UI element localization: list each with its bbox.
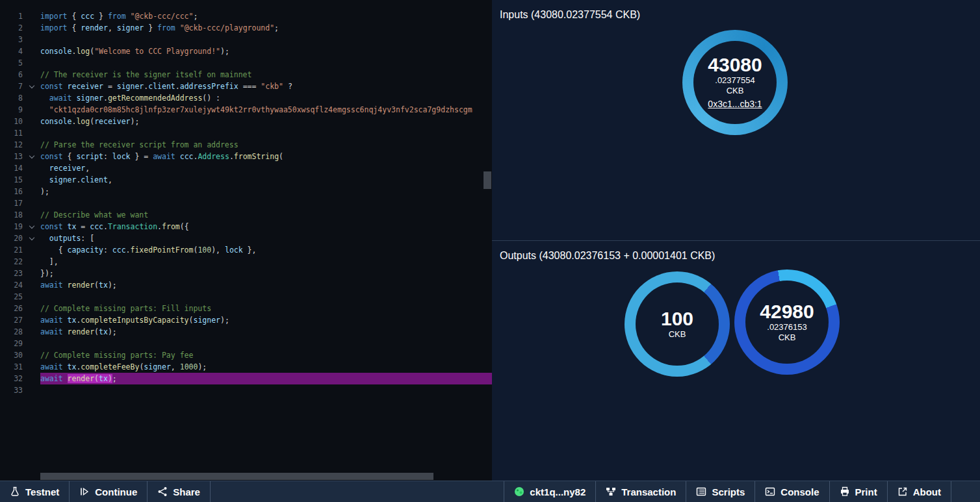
output-1-fraction: .02376153 xyxy=(767,322,806,333)
print-label: Print xyxy=(855,486,877,497)
code-text: // Complete missing parts: Pay fee xyxy=(40,349,492,361)
input-unit: CKB xyxy=(727,86,744,96)
line-number: 7 xyxy=(0,81,23,92)
editor-horizontal-scrollbar-thumb[interactable] xyxy=(40,473,433,480)
line-number: 15 xyxy=(0,174,23,186)
code-text: await tx.completeInputsByCapacity(signer… xyxy=(40,314,492,326)
code-text: const tx = ccc.Transaction.from({ xyxy=(40,221,492,232)
wallet-avatar-icon xyxy=(514,486,524,497)
output-0-amount: 100 xyxy=(661,308,693,329)
line-number: 32 xyxy=(0,373,23,384)
code-text: const receiver = signer.client.addressPr… xyxy=(40,81,492,92)
code-text xyxy=(40,57,492,69)
code-line-30[interactable]: 30// Complete missing parts: Pay fee xyxy=(0,349,492,361)
line-number: 11 xyxy=(0,127,23,139)
continue-play-icon xyxy=(79,486,90,497)
code-line-12[interactable]: 12// Parse the receiver script from an a… xyxy=(0,139,492,151)
code-line-24[interactable]: 24await render(tx); xyxy=(0,279,492,291)
line-number: 25 xyxy=(0,291,23,303)
code-line-28[interactable]: 28await render(tx); xyxy=(0,326,492,338)
print-button[interactable]: Print xyxy=(829,481,887,502)
main-area: 1import { ccc } from "@ckb-ccc/ccc";2imp… xyxy=(0,0,980,481)
output-1-amount: 42980 xyxy=(760,301,814,322)
line-number: 23 xyxy=(0,268,23,279)
line-number: 33 xyxy=(0,384,23,396)
code-text: // Parse the receiver script from an add… xyxy=(40,139,492,151)
code-line-4[interactable]: 4console.log("Welcome to CCC Playground!… xyxy=(0,45,492,57)
code-text: { capacity: ccc.fixedPointFrom(100), loc… xyxy=(40,244,492,256)
code-line-25[interactable]: 25 xyxy=(0,291,492,303)
code-text: signer.client, xyxy=(40,174,492,186)
line-number: 3 xyxy=(0,34,23,45)
code-line-27[interactable]: 27await tx.completeInputsByCapacity(sign… xyxy=(0,314,492,326)
code-text: console.log("Welcome to CCC Playground!"… xyxy=(40,45,492,57)
inputs-title: Inputs (43080.02377554 CKB) xyxy=(492,0,980,21)
wallet-address-button[interactable]: ckt1q...ny82 xyxy=(504,481,595,502)
toolbar-spacer xyxy=(211,481,504,502)
code-line-1[interactable]: 1import { ccc } from "@ckb-ccc/ccc"; xyxy=(0,10,492,22)
ccc-playground-app: 1import { ccc } from "@ckb-ccc/ccc";2imp… xyxy=(0,0,980,502)
code-line-3[interactable]: 3 xyxy=(0,34,492,45)
fold-chevron-icon[interactable] xyxy=(23,238,40,240)
code-text: ], xyxy=(40,256,492,268)
line-number: 31 xyxy=(0,361,23,373)
transaction-visualizer: Inputs (43080.02377554 CKB) Outputs (430… xyxy=(492,0,980,481)
code-text: await signer.getRecommendedAddress() : xyxy=(40,92,492,104)
transaction-label: Transaction xyxy=(621,486,676,497)
code-line-33[interactable]: 33 xyxy=(0,384,492,396)
output-cell-1-content: 42980 .02376153 CKB xyxy=(745,281,829,364)
code-line-5[interactable]: 5 xyxy=(0,57,492,69)
code-line-2[interactable]: 2import { render, signer } from "@ckb-cc… xyxy=(0,22,492,34)
about-button[interactable]: About xyxy=(887,481,951,502)
line-number: 6 xyxy=(0,69,23,81)
code-line-26[interactable]: 26// Complete missing parts: Fill inputs xyxy=(0,303,492,314)
fold-chevron-icon[interactable] xyxy=(23,226,40,228)
input-outpoint-link[interactable]: 0x3c1...cb3:1 xyxy=(708,97,762,110)
line-number: 30 xyxy=(0,349,23,361)
code-line-21[interactable]: 21 { capacity: ccc.fixedPointFrom(100), … xyxy=(0,244,492,256)
code-line-9[interactable]: 9 "ckt1qzda0cr08m85hc8jlnfp3zer7xulejywt… xyxy=(0,104,492,116)
code-line-32[interactable]: 32await render(tx); xyxy=(0,373,492,384)
code-line-20[interactable]: 20 outputs: [ xyxy=(0,232,492,244)
code-editor[interactable]: 1import { ccc } from "@ckb-ccc/ccc";2imp… xyxy=(0,0,492,481)
editor-vertical-scrollbar-thumb[interactable] xyxy=(484,171,491,189)
line-number: 26 xyxy=(0,303,23,314)
line-number: 27 xyxy=(0,314,23,326)
code-text: }); xyxy=(40,268,492,279)
code-line-18[interactable]: 18// Describe what we want xyxy=(0,209,492,221)
code-text: await tx.completeFeeBy(signer, 1000); xyxy=(40,361,492,373)
code-line-14[interactable]: 14 receiver, xyxy=(0,162,492,174)
code-line-31[interactable]: 31await tx.completeFeeBy(signer, 1000); xyxy=(0,361,492,373)
code-line-29[interactable]: 29 xyxy=(0,338,492,349)
testnet-button[interactable]: Testnet xyxy=(0,481,70,502)
code-line-15[interactable]: 15 signer.client, xyxy=(0,174,492,186)
code-text: ); xyxy=(40,186,492,197)
code-line-23[interactable]: 23}); xyxy=(0,268,492,279)
code-line-22[interactable]: 22 ], xyxy=(0,256,492,268)
console-button[interactable]: Console xyxy=(754,481,829,502)
code-text xyxy=(40,384,492,396)
input-fraction: .02377554 xyxy=(715,75,754,86)
code-line-13[interactable]: 13const { script: lock } = await ccc.Add… xyxy=(0,151,492,162)
code-line-19[interactable]: 19const tx = ccc.Transaction.from({ xyxy=(0,221,492,232)
code-line-17[interactable]: 17 xyxy=(0,197,492,209)
code-text: // The receiver is the signer itself on … xyxy=(40,69,492,81)
code-line-11[interactable]: 11 xyxy=(0,127,492,139)
code-line-16[interactable]: 16); xyxy=(0,186,492,197)
code-line-8[interactable]: 8 await signer.getRecommendedAddress() : xyxy=(0,92,492,104)
scripts-button[interactable]: Scripts xyxy=(686,481,754,502)
code-line-10[interactable]: 10console.log(receiver); xyxy=(0,116,492,127)
fold-chevron-icon[interactable] xyxy=(23,156,40,158)
share-button[interactable]: Share xyxy=(148,481,211,502)
fold-chevron-icon[interactable] xyxy=(23,86,40,88)
code-line-7[interactable]: 7const receiver = signer.client.addressP… xyxy=(0,81,492,92)
code-line-6[interactable]: 6// The receiver is the signer itself on… xyxy=(0,69,492,81)
output-cell-donut-0: 100 CKB xyxy=(625,271,730,377)
code-text: import { render, signer } from "@ckb-ccc… xyxy=(40,22,492,34)
continue-button[interactable]: Continue xyxy=(70,481,148,502)
line-number: 9 xyxy=(0,104,23,116)
line-number: 29 xyxy=(0,338,23,349)
code-text: await render(tx); xyxy=(40,373,492,384)
code-text: // Complete missing parts: Fill inputs xyxy=(40,303,492,314)
transaction-button[interactable]: Transaction xyxy=(595,481,686,502)
